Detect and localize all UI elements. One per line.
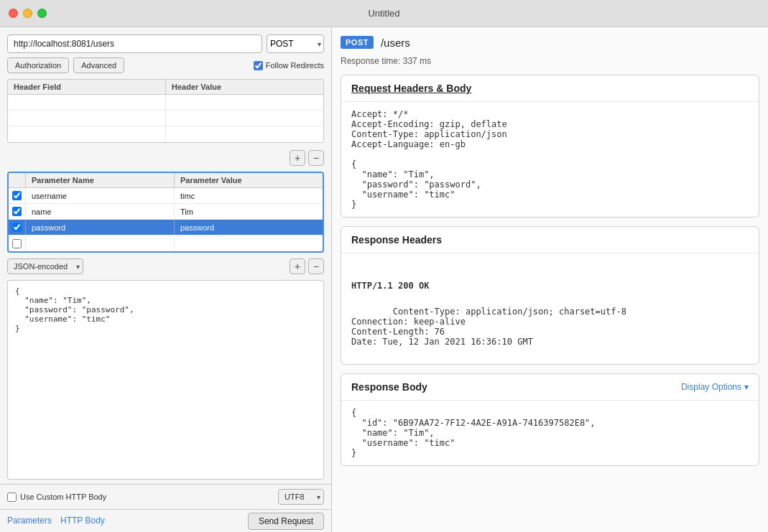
param-checkbox[interactable]	[12, 207, 22, 216]
response-time-label: Response time:	[341, 56, 400, 66]
tab-http-body[interactable]: HTTP Body	[60, 515, 105, 527]
header-value-cell[interactable]	[166, 126, 323, 142]
window-controls	[9, 9, 47, 18]
window-title: Untitled	[368, 8, 399, 19]
method-wrapper: POST GET PUT DELETE PATCH	[267, 34, 324, 53]
follow-redirects-checkbox[interactable]	[254, 61, 263, 70]
utf8-select-wrapper: UTF8 UTF16 ASCII	[278, 489, 324, 505]
param-name-col: Parameter Name	[26, 173, 175, 187]
minimize-button[interactable]	[23, 9, 32, 18]
headers-table-header: Header Field Header Value	[8, 80, 323, 95]
param-checkbox-cell	[9, 188, 26, 203]
param-value-cell[interactable]: timc	[175, 188, 323, 203]
param-checkbox-cell	[9, 204, 26, 219]
param-name-cell[interactable]: username	[26, 188, 175, 203]
custom-http-body-label: Use Custom HTTP Body	[20, 493, 106, 501]
param-value-cell[interactable]: password	[175, 220, 323, 235]
param-row[interactable]	[9, 235, 323, 251]
json-preview: { "name": "Tim", "password": "password",…	[7, 280, 324, 480]
url-input[interactable]	[7, 34, 262, 53]
utf8-select[interactable]: UTF8 UTF16 ASCII	[278, 489, 324, 505]
custom-http-label: Use Custom HTTP Body	[7, 493, 106, 502]
close-button[interactable]	[9, 9, 18, 18]
param-check-col	[9, 173, 26, 187]
remove-header-button[interactable]: −	[308, 150, 324, 166]
remove-param-button[interactable]: −	[308, 258, 324, 274]
table-row	[8, 95, 323, 111]
table-row	[8, 126, 323, 142]
method-select[interactable]: POST GET PUT DELETE PATCH	[267, 34, 324, 53]
main-layout: POST GET PUT DELETE PATCH Authorization …	[0, 27, 768, 532]
response-time-row: Response time: 337 ms	[341, 56, 759, 66]
add-param-button[interactable]: +	[290, 258, 305, 274]
param-checkbox[interactable]	[12, 223, 22, 232]
param-checkbox-cell	[9, 235, 26, 251]
response-endpoint: /users	[381, 37, 410, 49]
left-panel: POST GET PUT DELETE PATCH Authorization …	[0, 27, 332, 532]
display-options-label: Display Options	[681, 382, 741, 392]
header-value-cell[interactable]	[166, 95, 323, 110]
response-title-row: POST /users	[341, 36, 759, 49]
authorization-button[interactable]: Authorization	[7, 57, 69, 73]
param-name-cell[interactable]: name	[26, 204, 175, 219]
response-headers-card: Response Headers HTTP/1.1 200 OK Content…	[341, 226, 759, 365]
header-value-cell[interactable]	[166, 111, 323, 126]
add-header-button[interactable]: +	[290, 150, 305, 166]
request-headers-card: Request Headers & Body Accept: */* Accep…	[341, 75, 759, 218]
response-body-header: Response Body Display Options ▾	[341, 374, 759, 401]
param-checkbox-cell	[9, 220, 26, 235]
encoding-select-wrapper: JSON-encoded URL-encoded Multipart	[7, 258, 83, 274]
response-headers-content: Content-Type: application/json; charset=…	[351, 307, 626, 347]
response-headers-body: HTTP/1.1 200 OK Content-Type: applicatio…	[341, 253, 759, 364]
response-body-title: Response Body	[351, 381, 427, 393]
header-table-actions: + −	[0, 147, 331, 169]
right-panel: POST /users Response time: 337 ms Reques…	[332, 27, 768, 532]
url-bar: POST GET PUT DELETE PATCH	[0, 27, 331, 57]
param-row[interactable]: username timc	[9, 188, 323, 204]
param-checkbox[interactable]	[12, 191, 22, 200]
param-row-selected[interactable]: password password	[9, 220, 323, 235]
response-body-card: Response Body Display Options ▾ { "id": …	[341, 373, 759, 466]
param-value-cell[interactable]	[175, 235, 323, 251]
header-field-cell[interactable]	[8, 111, 166, 126]
maximize-button[interactable]	[37, 9, 47, 18]
param-checkbox[interactable]	[12, 239, 22, 248]
param-value-cell[interactable]: Tim	[175, 204, 323, 219]
params-table-header: Parameter Name Parameter Value	[9, 173, 323, 188]
post-badge: POST	[341, 36, 374, 49]
tabs-row: Parameters HTTP Body Send Request	[0, 509, 331, 532]
table-row	[8, 111, 323, 126]
params-table: Parameter Name Parameter Value username …	[7, 172, 324, 253]
header-field-cell[interactable]	[8, 95, 166, 110]
response-headers-title: Response Headers	[341, 227, 759, 253]
tab-parameters[interactable]: Parameters	[7, 515, 52, 527]
follow-redirects-label: Follow Redirects	[266, 61, 324, 70]
response-body-content: { "id": "6B97AA72-7F12-4A2E-A91A-7416397…	[341, 401, 759, 465]
send-request-button[interactable]: Send Request	[248, 513, 324, 530]
param-value-col: Parameter Value	[175, 173, 323, 187]
header-col2: Header Value	[166, 80, 323, 94]
encoding-select[interactable]: JSON-encoded URL-encoded Multipart	[7, 258, 83, 274]
param-row[interactable]: name Tim	[9, 204, 323, 220]
advanced-button[interactable]: Advanced	[73, 57, 124, 73]
follow-redirects-row: Follow Redirects	[254, 61, 324, 70]
title-bar: Untitled	[0, 0, 768, 27]
header-field-cell[interactable]	[8, 126, 166, 142]
request-headers-title: Request Headers & Body	[341, 75, 759, 102]
response-time-value: 337 ms	[403, 56, 431, 66]
custom-http-body-checkbox[interactable]	[7, 493, 17, 502]
param-name-cell[interactable]	[26, 235, 175, 251]
bottom-bar-left: Use Custom HTTP Body UTF8 UTF16 ASCII	[0, 484, 331, 509]
headers-table: Header Field Header Value	[7, 79, 324, 143]
toolbar-row: Authorization Advanced Follow Redirects	[0, 57, 331, 79]
http-status: HTTP/1.1 200 OK	[351, 281, 749, 291]
header-col1: Header Field	[8, 80, 166, 94]
request-headers-body: Accept: */* Accept-Encoding: gzip, defla…	[341, 102, 759, 217]
display-options-button[interactable]: Display Options ▾	[681, 382, 749, 392]
chevron-down-icon: ▾	[744, 382, 749, 392]
param-name-cell[interactable]: password	[26, 220, 175, 235]
